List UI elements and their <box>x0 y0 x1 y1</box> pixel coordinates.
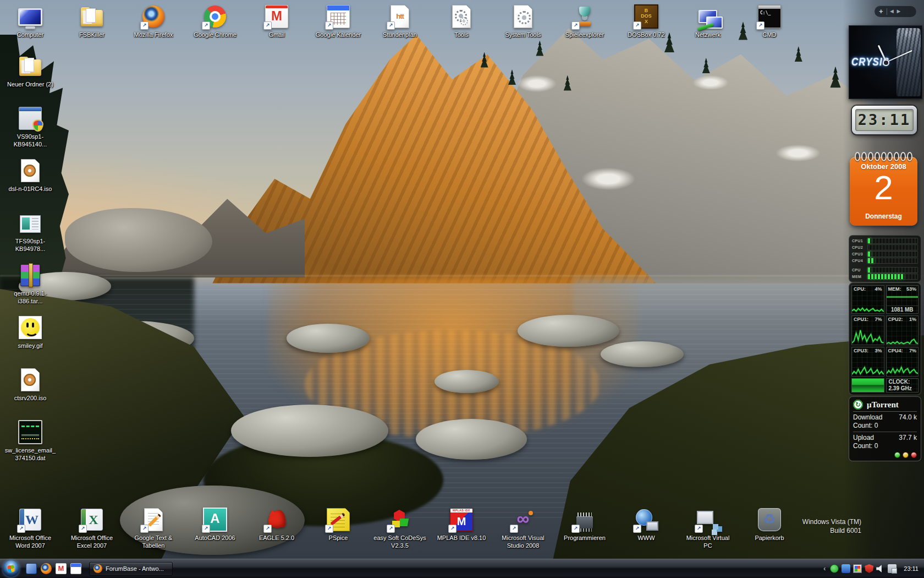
desktop-icon-google-kalender[interactable]: ↗Google Kalender <box>312 3 365 39</box>
upload-value: 37.7 k <box>899 434 917 442</box>
firefox-icon: ↗ <box>140 3 167 30</box>
calendar-page: Oktober 2008 2 Donnerstag <box>850 157 917 226</box>
desktop-icon-mplab-ide-v8-10[interactable]: MPLAB IDEM↗MPLAB IDE v8.10 <box>435 506 488 542</box>
pspice-icon: ↗ <box>325 506 351 533</box>
quicklaunch-calendar-icon[interactable] <box>70 563 81 574</box>
tray-icons <box>830 564 897 573</box>
desktop-icon-programmieren[interactable]: ↗Programmieren <box>558 506 611 542</box>
desktop-icon-label: Google Text & Tabellen <box>127 535 180 550</box>
desktop-icon-label: FSBKiller <box>79 31 105 39</box>
led-bar <box>867 251 918 257</box>
desktop-icon-microsoft-virtual-pc[interactable]: ↗Microsoft Virtual PC <box>681 506 734 550</box>
quicklaunch-firefox-icon[interactable] <box>41 563 52 574</box>
desktop-icon-netzwerk[interactable]: Netzwerk <box>681 3 734 39</box>
desktop-icon-stundenplan[interactable]: htt↗Stundenplan <box>373 3 426 39</box>
desktop-icon-papierkorb[interactable]: ♻Papierkorb <box>743 506 796 542</box>
desktop-icon-gmail[interactable]: M↗Gmail <box>250 3 303 39</box>
digital-clock-gadget[interactable]: 23:11 <box>852 106 917 134</box>
watermark-line2: Build 6001 <box>802 526 861 535</box>
desktop-icon-cmd[interactable]: C:\_↗CMD <box>743 3 796 39</box>
desktop-icon-fsbkiller[interactable]: FSBKiller <box>65 3 118 39</box>
desktop-icon-tfs90sp1-kb94978[interactable]: TFS90sp1-KB94978... <box>4 210 57 253</box>
desktop-icon-dosbox-0-72[interactable]: BDOSX↗DOSBox 0.72 <box>620 3 673 39</box>
folder-icon <box>17 53 43 79</box>
shortcut-arrow-icon: ↗ <box>510 525 518 533</box>
desktop-icon-spieleexplorer[interactable]: ↗Spieleexplorer <box>558 3 611 39</box>
sidebar-controls: + ◀ ▶ <box>875 6 916 17</box>
clock-speed-label: CLOCK: <box>889 379 916 385</box>
network-icon <box>695 3 721 30</box>
desktop-icon-label: Papierkorb <box>755 535 784 542</box>
desktop-icon-microsoft-office-excel-2007[interactable]: X↗Microsoft Office Excel 2007 <box>65 506 118 550</box>
gadgets-prev-button[interactable]: ◀ <box>890 8 894 15</box>
desktop-icon-easy-soft-codesys-v2-3-5[interactable]: ↗easy Soft CoDeSys V2.3.5 <box>373 506 426 550</box>
desktop-icon-neuer-ordner-2[interactable]: Neuer Ordner (2) <box>4 53 57 89</box>
led-row-cpu4: CPU4 <box>852 258 918 264</box>
desktop-icon-sw-license-email-374150-dat[interactable]: sw_license_email_374150.dat <box>4 419 57 462</box>
desktop-icon-www[interactable]: ↗WWW <box>620 506 673 542</box>
monitor-cell-value: 53% <box>906 286 916 292</box>
led-bar <box>867 244 918 250</box>
utorrent-gadget[interactable]: µTorrent Download74.0 kCount: 0Upload37.… <box>849 396 921 461</box>
desktop-icon-computer[interactable]: Computer <box>4 3 57 39</box>
calendar-gadget[interactable]: Oktober 2008 2 Donnerstag <box>850 152 917 226</box>
quicklaunch-app-window-icon[interactable] <box>26 563 37 574</box>
desktop-icon-pspice[interactable]: ↗PSpice <box>312 506 365 542</box>
clock-speed-value: 2.39 GHz <box>889 385 916 392</box>
virtual-pc-icon: ↗ <box>695 506 721 533</box>
tray-volume-icon[interactable] <box>876 564 885 573</box>
desktop-icon-label: Microsoft Visual Studio 2008 <box>497 535 549 550</box>
upload-row: Upload37.7 k <box>853 434 917 442</box>
desktop-icon-label: sw_license_email_374150.dat <box>4 447 57 462</box>
desktop-icon-vs90sp1-kb945140[interactable]: VS90sp1-KB945140... <box>4 105 57 149</box>
desktop-icon-label: DOSBox 0.72 <box>628 31 664 39</box>
desktop-icon-microsoft-office-word-2007[interactable]: W↗Microsoft Office Word 2007 <box>4 506 57 550</box>
tray-utorrent-icon[interactable] <box>830 564 839 573</box>
utorrent-start-button[interactable] <box>894 452 900 458</box>
lcd-screen: 23:11 <box>855 109 914 131</box>
crysis-analog-clock-gadget[interactable]: CRYSIS <box>849 25 922 99</box>
tray-network-icon[interactable] <box>888 564 897 573</box>
system-monitor-gadget[interactable]: CPU:4%MEM:53%1081 MBCPU1:7%CPU2:1%CPU3:3… <box>849 282 921 395</box>
tray-expand-chevron-icon[interactable]: ‹ <box>823 565 826 572</box>
app-window-icon <box>17 210 43 236</box>
led-bar <box>867 274 918 280</box>
monitor-cell-value: 1% <box>909 317 916 322</box>
quicklaunch-gmail-icon[interactable]: M <box>56 563 67 574</box>
start-button[interactable] <box>3 560 19 577</box>
desktop-icon-autocad-2006[interactable]: A↗AutoCAD 2006 <box>189 506 241 542</box>
desktop-icon-google-chrome[interactable]: ↗Google Chrome <box>189 3 241 39</box>
desktop-icon-mozilla-firefox[interactable]: ↗Mozilla Firefox <box>127 3 180 39</box>
desktop: ComputerFSBKiller↗Mozilla Firefox↗Google… <box>0 0 924 578</box>
desktop-icon-smiley-gif[interactable]: smiley.gif <box>4 314 57 350</box>
add-gadget-button[interactable]: + <box>879 8 883 15</box>
desktop-icon-system-tools[interactable]: System Tools <box>497 3 549 39</box>
tray-security-shield-icon[interactable] <box>865 564 873 573</box>
desktop-icon-eagle-5-2-0[interactable]: ↗EAGLE 5.2.0 <box>250 506 303 542</box>
shortcut-arrow-icon: ↗ <box>140 21 148 30</box>
cpu-led-meter-gadget[interactable]: CPU1CPU2CPU3CPU4CPUMEM <box>849 235 921 282</box>
utorrent-stop-button[interactable] <box>911 452 917 458</box>
desktop-icons-layer: ComputerFSBKiller↗Mozilla Firefox↗Google… <box>0 0 924 578</box>
desktop-icon-ctsrv200-iso[interactable]: ctsrv200.iso <box>4 367 57 402</box>
desktop-icon-qemu-0-9-1-i386-tar[interactable]: qemu-0.9.1-i386.tar... <box>4 262 57 306</box>
tray-app-icon[interactable] <box>842 564 850 573</box>
crysis-soldier-art <box>897 28 921 96</box>
utorrent-pause-button[interactable] <box>903 452 909 458</box>
shortcut-arrow-icon: ↗ <box>387 525 395 533</box>
taskbar-window-button[interactable]: ForumBase - Antwo... <box>89 562 173 576</box>
taskbar-clock[interactable]: 23:11 <box>904 565 919 572</box>
gadgets-next-button[interactable]: ▶ <box>897 8 900 15</box>
desktop-icon-google-text-tabellen[interactable]: ↗Google Text & Tabellen <box>127 506 180 550</box>
download-count-row: Count: 0 <box>853 422 917 430</box>
sparkline-graph <box>852 354 884 376</box>
desktop-icon-label: AutoCAD 2006 <box>195 535 235 542</box>
desktop-icon-label: Microsoft Virtual PC <box>681 535 734 550</box>
upload-count: Count: 0 <box>853 442 878 450</box>
tray-display-icon[interactable] <box>853 564 862 573</box>
desktop-icon-microsoft-visual-studio-2008[interactable]: ∞↗Microsoft Visual Studio 2008 <box>497 506 549 550</box>
upload-count-row: Count: 0 <box>853 442 917 450</box>
led-row-cpu1: CPU1 <box>852 238 918 244</box>
desktop-icon-dsl-n-01rc4-iso[interactable]: dsl-n-01RC4.iso <box>4 157 57 193</box>
desktop-icon-tools[interactable]: Tools <box>435 3 488 39</box>
